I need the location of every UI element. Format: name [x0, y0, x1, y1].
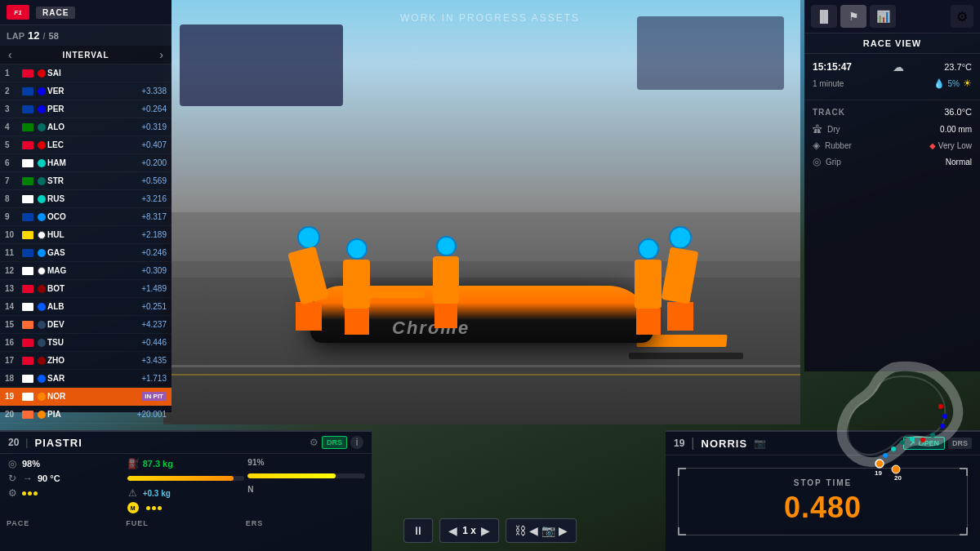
driver-row[interactable]: 15DEV+4.237: [0, 316, 172, 334]
svg-point-5: [942, 414, 947, 419]
ers-pct-row: 91%: [247, 458, 365, 467]
tyre-dot-2: [28, 491, 32, 495]
tab-chart[interactable]: 📊: [870, 5, 896, 28]
nav-prev-arrow[interactable]: ‹: [5, 48, 16, 61]
fuel-kg: 87.3 kg: [143, 459, 173, 469]
driver-row[interactable]: 16TSU+0.446: [0, 334, 172, 352]
driver-position: 5: [5, 140, 20, 149]
piastri-panel: 20 | PIASTRI ⚙ DRS i ◎ 98% ↻ → 90 °C ⚙: [0, 430, 372, 551]
driver-flag: [22, 357, 33, 365]
corner-bl: [678, 527, 686, 535]
team-icon: [38, 411, 46, 419]
grip-row: ◎ Grip Normal: [813, 156, 972, 167]
driver-flag: [22, 195, 33, 203]
driver-gap: +0.319: [141, 122, 167, 131]
driver-row[interactable]: 9OCO+8.317: [0, 208, 172, 226]
rain-percentage: 5%: [948, 79, 960, 88]
rubber-row: ◈ Rubber ◆ Very Low: [813, 140, 972, 151]
driver-position: 16: [5, 338, 20, 347]
driver-row[interactable]: 5LEC+0.407: [0, 136, 172, 154]
driver-flag: [22, 123, 33, 131]
driver-position: 8: [5, 194, 20, 203]
driver-code: RUS: [47, 194, 74, 203]
camera-controls[interactable]: ⛓ ◀ 📷 ▶: [506, 518, 577, 543]
driver-flag: [22, 285, 33, 293]
team-icon: [38, 357, 46, 365]
driver-row[interactable]: 10HUL+2.189: [0, 226, 172, 244]
race-badge: RACE: [36, 7, 75, 19]
playback-controls: ⏸ ◀ 1 x ▶ ⛓ ◀ 📷 ▶: [403, 518, 577, 543]
driver-position: 20: [5, 410, 20, 419]
norris-divider: |: [691, 436, 694, 451]
team-icon: [38, 213, 46, 221]
track-map: 19 20: [814, 351, 973, 482]
driver-position: 9: [5, 212, 20, 221]
tab-flag[interactable]: ⚑: [840, 5, 866, 28]
driver-gap: +0.446: [141, 338, 167, 347]
svg-point-0: [875, 460, 884, 468]
pause-button[interactable]: ⏸: [403, 518, 433, 543]
driver-row[interactable]: 14ALB+0.251: [0, 298, 172, 316]
corner-tl: [678, 468, 686, 476]
driver-row[interactable]: 13BOT+1.489: [0, 280, 172, 298]
tyre-dots: [22, 491, 38, 495]
driver-row[interactable]: 8RUS+3.216: [0, 190, 172, 208]
piastri-stats: ◎ 98% ↻ → 90 °C ⚙ ⛽ 87.3 kg: [0, 454, 372, 518]
gear-icon: ⚙: [956, 9, 968, 24]
speed-next-icon[interactable]: ▶: [481, 524, 490, 537]
driver-gap: +0.264: [141, 104, 167, 113]
dry-label: Dry: [827, 125, 840, 134]
driver-code: PER: [47, 104, 74, 113]
cam-prev-icon[interactable]: ◀: [529, 524, 538, 537]
driver-row[interactable]: 12MAG+0.309: [0, 262, 172, 280]
driver-row[interactable]: 17ZHO+3.435: [0, 352, 172, 370]
driver-row[interactable]: 20PIA+20.001: [0, 406, 172, 424]
svg-point-7: [930, 433, 935, 438]
driver-row[interactable]: 11GAS+0.246: [0, 244, 172, 262]
engine-row: ◎ 98%: [7, 458, 124, 469]
driver-flag: [22, 321, 33, 329]
svg-point-6: [940, 424, 945, 429]
tab-bar-chart[interactable]: ▐▌: [811, 5, 837, 28]
warn-icon: ⚠: [127, 487, 139, 499]
driver-gap: +8.317: [141, 212, 167, 221]
speed-value: 1 x: [462, 525, 476, 536]
driver-position: 15: [5, 320, 20, 329]
driver-row[interactable]: 4ALO+0.319: [0, 118, 172, 136]
driver-row[interactable]: 2VER+3.338: [0, 82, 172, 100]
driver-flag: [22, 375, 33, 383]
driver-row[interactable]: 1SAI: [0, 64, 172, 82]
driver-code: LEC: [47, 140, 74, 149]
driver-position: 7: [5, 176, 20, 185]
lap-info: LAP 12 / 58: [0, 25, 172, 46]
chain-icon: ⛓: [514, 524, 526, 537]
grip-label: Grip: [826, 158, 841, 167]
svg-point-8: [920, 438, 925, 442]
driver-code: VER: [47, 87, 74, 96]
driver-gap: +0.200: [141, 158, 167, 167]
driver-row[interactable]: 18SAR+1.713: [0, 370, 172, 388]
driver-flag: [22, 105, 33, 113]
cam-next-icon[interactable]: ▶: [559, 524, 568, 537]
driver-flag: [22, 213, 33, 221]
track-section: TRACK 36.0°C 🛣 Dry 0.00 mm ◈ Rubber ◆ Ve…: [804, 100, 980, 179]
team-icon: [38, 303, 46, 311]
settings-button[interactable]: ⚙: [951, 5, 973, 28]
engine-icon: ◎: [7, 458, 18, 469]
driver-gap: +2.189: [141, 230, 167, 239]
driver-row[interactable]: 7STR+0.569: [0, 172, 172, 190]
ers-bar-fill: [247, 473, 336, 478]
nav-next-arrow[interactable]: ›: [156, 48, 167, 61]
driver-row[interactable]: 3PER+0.264: [0, 100, 172, 118]
driver-row[interactable]: 6HAM+0.200: [0, 154, 172, 172]
driver-flag: [22, 159, 33, 167]
driver-position: 1: [5, 69, 20, 78]
speed-prev-icon[interactable]: ◀: [448, 524, 457, 537]
driver-row[interactable]: 19NORIN PIT: [0, 388, 172, 406]
lap-total: 58: [49, 31, 59, 41]
driver-code: DEV: [47, 320, 74, 329]
grip-icon: ◎: [813, 156, 821, 167]
driver-code: SAI: [47, 69, 74, 78]
rubber-label: Rubber: [825, 141, 852, 150]
rubber-label-group: ◈ Rubber: [813, 140, 852, 151]
